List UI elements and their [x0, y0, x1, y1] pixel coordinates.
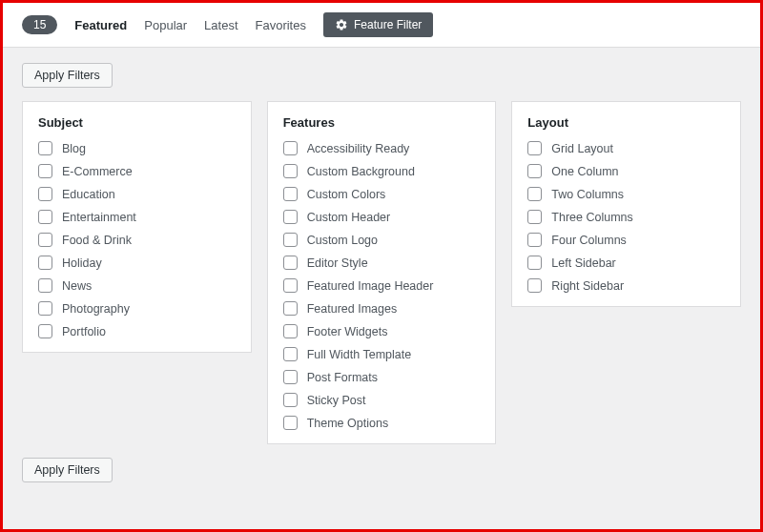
checkbox[interactable] — [283, 301, 298, 316]
filter-item[interactable]: Post Formats — [283, 370, 481, 384]
filter-item-label: Featured Images — [307, 302, 398, 316]
filter-item[interactable]: Entertainment — [38, 210, 236, 224]
filter-item-label: News — [62, 279, 92, 293]
checkbox[interactable] — [527, 210, 542, 224]
checkbox[interactable] — [527, 164, 542, 178]
checkbox[interactable] — [38, 324, 52, 338]
filter-item-label: Portfolio — [62, 325, 106, 338]
filter-item[interactable]: Full Width Template — [283, 347, 481, 361]
filter-item[interactable]: Custom Colors — [283, 187, 481, 201]
checkbox[interactable] — [527, 233, 542, 247]
filter-item[interactable]: Featured Image Header — [283, 278, 481, 293]
gear-icon — [335, 18, 348, 31]
checkbox[interactable] — [283, 347, 298, 361]
filter-item-label: Custom Background — [307, 165, 415, 178]
panel-title-layout: Layout — [527, 115, 725, 130]
filter-item-label: Custom Logo — [307, 234, 378, 247]
filter-item-label: Sticky Post — [307, 394, 366, 407]
filter-item-label: Right Sidebar — [551, 279, 624, 293]
filter-item-label: Four Columns — [551, 234, 627, 247]
checkbox[interactable] — [38, 187, 52, 201]
checkbox[interactable] — [283, 256, 298, 270]
filter-item[interactable]: Food & Drink — [38, 233, 236, 247]
checkbox[interactable] — [38, 164, 52, 178]
filter-item-label: Theme Options — [307, 417, 388, 430]
filter-item[interactable]: Custom Logo — [283, 233, 481, 247]
filter-panel-subject: Subject BlogE-CommerceEducationEntertain… — [22, 101, 252, 353]
filter-item-label: Full Width Template — [307, 348, 412, 361]
checkbox[interactable] — [283, 233, 298, 247]
checkbox[interactable] — [527, 187, 542, 201]
filter-item[interactable]: Footer Widgets — [283, 324, 481, 338]
tab-popular[interactable]: Popular — [144, 18, 187, 32]
filter-item-label: Accessibility Ready — [307, 142, 410, 155]
filter-item[interactable]: Editor Style — [283, 256, 481, 270]
filter-item[interactable]: News — [38, 278, 236, 293]
filter-panel-layout: Layout Grid LayoutOne ColumnTwo ColumnsT… — [511, 101, 741, 307]
filter-item[interactable]: One Column — [527, 164, 725, 178]
feature-filter-button[interactable]: Feature Filter — [323, 12, 433, 37]
filter-item[interactable]: Education — [38, 187, 236, 201]
checkbox[interactable] — [283, 164, 298, 178]
tab-favorites[interactable]: Favorites — [256, 18, 306, 32]
filter-item[interactable]: Accessibility Ready — [283, 141, 481, 155]
tab-latest[interactable]: Latest — [204, 18, 237, 32]
filter-item[interactable]: Holiday — [38, 256, 236, 270]
filter-item[interactable]: Left Sidebar — [527, 256, 725, 270]
filter-item[interactable]: Blog — [38, 141, 236, 155]
checkbox[interactable] — [38, 233, 52, 247]
filter-item[interactable]: Photography — [38, 301, 236, 316]
filter-item[interactable]: E-Commerce — [38, 164, 236, 178]
filter-list-subject: BlogE-CommerceEducationEntertainmentFood… — [38, 141, 236, 338]
filter-item-label: Three Columns — [551, 211, 632, 224]
filter-item[interactable]: Sticky Post — [283, 393, 481, 407]
filter-item-label: Post Formats — [307, 371, 378, 384]
checkbox[interactable] — [283, 393, 298, 407]
filter-list-layout: Grid LayoutOne ColumnTwo ColumnsThree Co… — [527, 141, 725, 293]
checkbox[interactable] — [38, 278, 52, 293]
filter-item-label: Entertainment — [62, 211, 136, 224]
panel-title-subject: Subject — [38, 115, 236, 130]
filter-item-label: E-Commerce — [62, 165, 133, 178]
feature-filter-label: Feature Filter — [354, 18, 422, 31]
filter-list-features: Accessibility ReadyCustom BackgroundCust… — [283, 141, 481, 430]
filter-item-label: Blog — [62, 142, 86, 155]
filter-item-label: Food & Drink — [62, 234, 132, 247]
checkbox[interactable] — [38, 301, 52, 316]
filter-item[interactable]: Theme Options — [283, 416, 481, 430]
filter-item-label: Custom Colors — [307, 188, 386, 201]
filter-item[interactable]: Featured Images — [283, 301, 481, 316]
filter-panel-features: Features Accessibility ReadyCustom Backg… — [267, 101, 497, 444]
checkbox[interactable] — [527, 141, 542, 155]
apply-filters-button-bottom[interactable]: Apply Filters — [22, 458, 113, 482]
checkbox[interactable] — [38, 210, 52, 224]
checkbox[interactable] — [527, 256, 542, 270]
filter-item-label: Education — [62, 188, 115, 201]
tab-featured[interactable]: Featured — [74, 18, 127, 32]
filter-item[interactable]: Custom Background — [283, 164, 481, 178]
filter-item[interactable]: Right Sidebar — [527, 278, 725, 293]
apply-filters-button-top[interactable]: Apply Filters — [22, 63, 113, 88]
checkbox[interactable] — [38, 256, 52, 270]
filter-item-label: Two Columns — [551, 188, 624, 201]
filter-item[interactable]: Four Columns — [527, 233, 725, 247]
checkbox[interactable] — [527, 278, 542, 293]
checkbox[interactable] — [283, 210, 298, 224]
checkbox[interactable] — [283, 324, 298, 338]
checkbox[interactable] — [283, 416, 298, 430]
filter-item-label: Photography — [62, 302, 130, 316]
filter-item[interactable]: Two Columns — [527, 187, 725, 201]
checkbox[interactable] — [283, 187, 298, 201]
filter-item[interactable]: Three Columns — [527, 210, 725, 224]
checkbox[interactable] — [283, 141, 298, 155]
filter-item-label: Featured Image Header — [307, 279, 434, 293]
filter-item[interactable]: Portfolio — [38, 324, 236, 338]
filter-item[interactable]: Grid Layout — [527, 141, 725, 155]
filter-item-label: Footer Widgets — [307, 325, 388, 338]
checkbox[interactable] — [283, 370, 298, 384]
checkbox[interactable] — [38, 141, 52, 155]
checkbox[interactable] — [283, 278, 298, 293]
filter-item-label: Editor Style — [307, 256, 368, 270]
filter-item-label: Holiday — [62, 256, 102, 270]
filter-item[interactable]: Custom Header — [283, 210, 481, 224]
